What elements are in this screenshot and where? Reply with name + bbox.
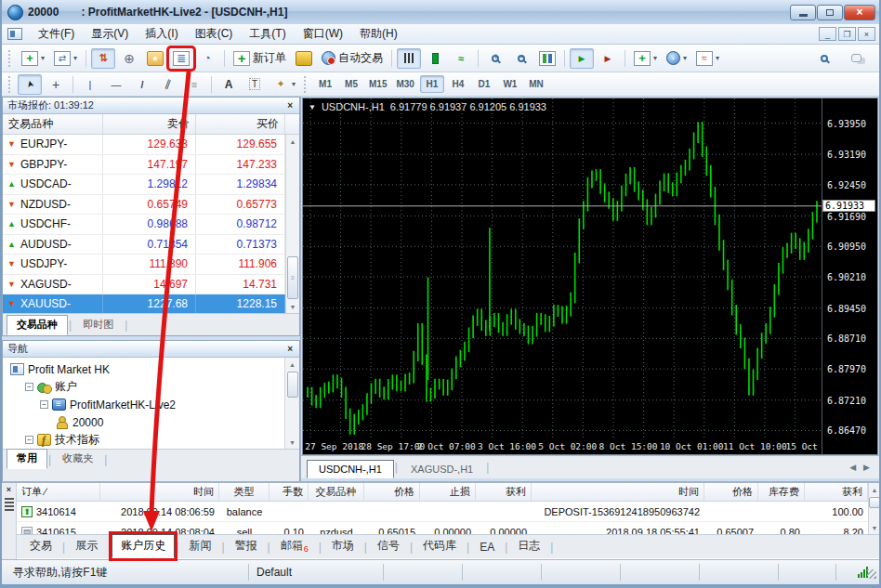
terminal-tab-警报[interactable]: 警报: [226, 534, 267, 558]
column-time[interactable]: 时间: [100, 483, 219, 501]
mdi-minimize-button[interactable]: _: [819, 27, 836, 41]
chart-caret-icon[interactable]: ▼: [309, 103, 316, 111]
scroll-up-icon[interactable]: ▲: [869, 483, 880, 496]
text-label-button[interactable]: [243, 74, 267, 95]
scroll-thumb[interactable]: ≡: [287, 256, 298, 299]
timeframe-m15[interactable]: M15: [365, 75, 390, 93]
chart-tab-0[interactable]: USDCNH-,H1: [307, 460, 394, 478]
market-watch-row[interactable]: ▼XAGUSD-14.69714.731: [3, 275, 285, 295]
column-swap[interactable]: 库存费: [758, 483, 805, 501]
mdi-close-button[interactable]: ×: [858, 27, 875, 41]
column-order[interactable]: 订单 ∕: [17, 483, 100, 501]
scroll-down-icon[interactable]: ▼: [869, 521, 880, 534]
market-watch-row[interactable]: ▼EURJPY-129.633129.655: [3, 135, 285, 155]
timeframe-m30[interactable]: M30: [392, 75, 417, 93]
menu-item-2[interactable]: 插入(I): [137, 24, 186, 44]
cursor-button[interactable]: [18, 74, 42, 95]
arrows-button[interactable]: ▾: [269, 74, 299, 95]
fibonacci-button[interactable]: [182, 74, 206, 95]
zoom-out-button[interactable]: [509, 48, 533, 69]
indicators-button[interactable]: ▾: [630, 48, 661, 69]
market-watch-row[interactable]: ▲USDCHF-0.986880.98712: [3, 215, 285, 235]
navigator-tab-0[interactable]: 常用: [7, 449, 47, 469]
scroll-down-icon[interactable]: ▼: [286, 300, 299, 313]
timeframe-h1[interactable]: H1: [420, 75, 444, 93]
equidistant-channel-button[interactable]: [156, 74, 180, 95]
periods-button[interactable]: ▾: [663, 48, 690, 68]
terminal-tab-新闻[interactable]: 新闻: [179, 534, 220, 558]
strategy-tester-button[interactable]: [195, 48, 219, 69]
column-symbol[interactable]: 交易品种: [3, 114, 103, 134]
tree-item-ProfitMarketHK-Live2[interactable]: −ProfitMarketHK-Live2: [3, 396, 284, 413]
market-watch-button[interactable]: [91, 48, 115, 69]
metaeditor-button[interactable]: [292, 48, 316, 69]
menu-item-3[interactable]: 图表(C): [187, 24, 242, 44]
line-chart-button[interactable]: [449, 48, 473, 69]
column-tp[interactable]: 获利: [476, 483, 532, 501]
new-chart-button[interactable]: ▾: [18, 48, 48, 69]
templates-button[interactable]: ▾: [692, 48, 723, 69]
column-price2[interactable]: 价格: [704, 483, 758, 501]
timeframe-w1[interactable]: W1: [498, 75, 522, 93]
market-watch-scrollbar[interactable]: ▲ ≡ ▼: [285, 135, 299, 313]
navigator-scrollbar[interactable]: ▲ ▼: [284, 358, 299, 449]
resize-grip[interactable]: [867, 569, 876, 579]
auto-scroll-button[interactable]: [570, 48, 594, 69]
menu-item-0[interactable]: 文件(F): [30, 24, 83, 44]
profiles-button[interactable]: ▾: [50, 48, 81, 69]
column-time2[interactable]: 时间: [532, 483, 704, 501]
tree-item-Profit Market HK[interactable]: Profit Market HK: [3, 360, 284, 378]
chart-canvas[interactable]: 27 Sep 201828 Sep 17:002 Oct 07:003 Oct …: [303, 98, 822, 454]
vertical-line-button[interactable]: [78, 74, 102, 95]
timeframe-m1[interactable]: M1: [313, 75, 337, 93]
menu-item-4[interactable]: 工具(T): [241, 24, 294, 44]
scroll-left-icon[interactable]: ◀: [849, 463, 856, 472]
market-watch-row[interactable]: ▲USDCAD-1.298121.29834: [3, 175, 285, 195]
autotrading-button[interactable]: 自动交易: [318, 47, 387, 69]
terminal-tab-代码库[interactable]: 代码库: [414, 534, 466, 558]
tile-windows-button[interactable]: [535, 48, 559, 69]
terminal-tab-EA[interactable]: EA: [470, 537, 504, 558]
chart-tab-scroll[interactable]: ◀▶: [849, 463, 874, 472]
market-watch-row[interactable]: ▼GBPJPY-147.197147.233: [3, 155, 285, 176]
minimize-button[interactable]: [790, 5, 816, 20]
market-watch-row[interactable]: ▲AUDUSD-0.713540.71373: [3, 235, 285, 255]
text-button[interactable]: [217, 74, 241, 95]
timeframe-d1[interactable]: D1: [472, 75, 496, 93]
market-watch-close-icon[interactable]: ×: [285, 100, 295, 111]
mdi-restore-button[interactable]: ❐: [838, 27, 856, 41]
column-sl[interactable]: 止损: [420, 483, 476, 501]
chart-menu-icon[interactable]: [7, 28, 22, 40]
trendline-button[interactable]: [130, 74, 154, 95]
scroll-right-icon[interactable]: ▶: [863, 463, 870, 472]
history-row[interactable]: ⬆34106142018.09.14 08:06:59balanceDEPOSI…: [17, 502, 868, 522]
tree-item-20000[interactable]: 20000: [3, 413, 284, 431]
terminal-tab-交易[interactable]: 交易: [20, 534, 61, 558]
crosshair-button[interactable]: [44, 74, 68, 95]
chat-button[interactable]: [844, 48, 868, 69]
navigator-close-icon[interactable]: ×: [285, 344, 295, 354]
candlestick-chart-button[interactable]: [423, 48, 447, 69]
tree-item-账户[interactable]: −账户: [3, 378, 284, 396]
menu-item-5[interactable]: 窗口(W): [295, 24, 351, 44]
zoom-in-button[interactable]: [483, 48, 507, 69]
column-symbol[interactable]: 交易品种: [309, 483, 364, 501]
expander-icon[interactable]: −: [25, 436, 33, 444]
search-button[interactable]: [812, 48, 836, 69]
new-order-button[interactable]: 新订单: [230, 47, 290, 69]
tree-item-技术指标[interactable]: −技术指标: [3, 431, 284, 449]
terminal-scrollbar[interactable]: ▲ ▼: [868, 483, 880, 534]
timeframe-mn[interactable]: MN: [524, 75, 548, 93]
column-profit[interactable]: 获利: [805, 483, 868, 501]
menu-item-6[interactable]: 帮助(H): [351, 24, 406, 44]
column-lots[interactable]: 手数: [270, 483, 309, 501]
column-bid[interactable]: 卖价: [103, 114, 196, 134]
expander-icon[interactable]: −: [25, 383, 33, 391]
scroll-thumb[interactable]: [287, 372, 298, 398]
scroll-up-icon[interactable]: ▲: [286, 135, 299, 148]
terminal-tab-账户历史[interactable]: 账户历史: [112, 534, 175, 558]
terminal-button[interactable]: [169, 48, 193, 69]
column-price[interactable]: 价格: [364, 483, 420, 501]
market-watch-row[interactable]: ▼USDJPY-111.890111.906: [3, 255, 285, 275]
scroll-up-icon[interactable]: ▲: [285, 358, 299, 371]
